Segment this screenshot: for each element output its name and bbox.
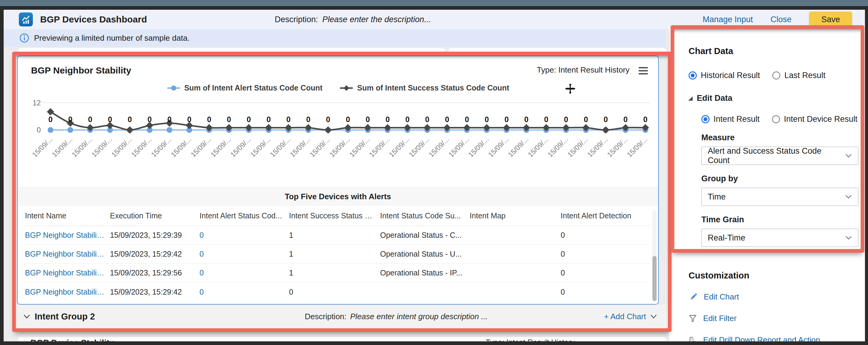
table-cell-link[interactable]: BGP Neighbor Stabilit... (25, 250, 110, 258)
chevron-down-icon (845, 236, 852, 240)
table-cell-link[interactable]: BGP Neighbor Stabilit... (25, 269, 110, 277)
window-top-band (0, 0, 868, 6)
svg-text:0: 0 (346, 115, 350, 124)
measure-value: Alert and Success Status Code Count (708, 146, 845, 165)
svg-text:0: 0 (68, 115, 72, 124)
svg-text:0: 0 (544, 115, 548, 124)
svg-text:0: 0 (465, 115, 469, 124)
svg-text:0: 0 (366, 115, 370, 124)
column-header[interactable]: Intent Alert Detection (561, 211, 650, 220)
radio-label: Intent Result (713, 114, 760, 124)
customization-heading: Customization (688, 271, 865, 281)
edit-data-toggle[interactable]: ◢ Edit Data (688, 94, 865, 103)
edit-filter-link[interactable]: Edit Filter (688, 314, 865, 323)
radio-historical-result[interactable]: Historical Result (688, 71, 760, 80)
table-cell-link[interactable]: 0 (199, 250, 289, 258)
legend-item-success[interactable]: Sum of Intent Success Status Code Count (339, 83, 509, 92)
edit-drill-down-link[interactable]: Edit Drill Down Report and Action (688, 335, 865, 341)
page-title: BGP Devices Dashboard (40, 14, 147, 25)
next-chart-type: Type: Intent Result History (486, 338, 575, 341)
column-header[interactable]: Intent Alert Status Cod... (199, 211, 289, 220)
chart-data-panel: Chart Data Historical Result Last Result… (669, 29, 865, 341)
table-cell: 1 (289, 231, 380, 240)
result-scope-radio-group: Intent Result Intent Device Result (701, 114, 865, 124)
table-cell-link[interactable]: BGP Neighbor Stabilit... (25, 287, 110, 297)
svg-text:0: 0 (227, 115, 231, 124)
svg-text:0: 0 (128, 115, 132, 124)
chevron-down-icon (650, 314, 657, 319)
close-link[interactable]: Close (770, 15, 792, 24)
svg-text:15/09/...: 15/09/... (209, 135, 232, 159)
table-cell: 1 (289, 269, 380, 277)
svg-text:0: 0 (187, 115, 191, 124)
svg-text:0: 0 (267, 115, 271, 124)
dashboard-chart-icon (19, 12, 33, 26)
group-description-input[interactable]: Please enter intent group description ..… (350, 312, 488, 321)
table-cell-link[interactable]: 0 (199, 269, 289, 277)
chart-legend: Sum of Intent Alert Status Code Count Su… (18, 83, 658, 92)
description-input[interactable]: Please enter the description... (322, 15, 431, 24)
svg-text:15/09/...: 15/09/... (269, 135, 292, 159)
add-chart-button[interactable]: + Add Chart (604, 312, 657, 321)
svg-text:15/09/...: 15/09/... (625, 135, 649, 159)
chevron-down-icon (845, 195, 852, 199)
table-cell: 1 (289, 250, 380, 258)
svg-text:0: 0 (504, 115, 509, 124)
svg-text:15/09/...: 15/09/... (566, 135, 589, 159)
preview-banner-text: Previewing a limited number of sample da… (34, 33, 190, 43)
time-grain-select[interactable]: Real-Time (701, 229, 858, 247)
svg-text:0: 0 (643, 115, 648, 124)
edit-chart-link[interactable]: Edit Chart (688, 292, 865, 302)
svg-text:0: 0 (148, 115, 152, 124)
group-by-select[interactable]: Time (701, 188, 858, 206)
table-cell: 0 (289, 287, 380, 297)
table-row: BGP Neighbor Stabilit...15/09/2023, 15:2… (25, 264, 650, 282)
svg-text:15/09/...: 15/09/... (150, 135, 173, 159)
time-grain-label: Time Grain (701, 215, 865, 225)
table-cell: 0 (561, 231, 650, 240)
column-header[interactable]: Intent Success Status C... (289, 211, 380, 220)
manage-input-link[interactable]: Manage Input (703, 15, 753, 24)
hamburger-menu-icon[interactable] (639, 66, 648, 74)
move-cursor (564, 82, 576, 95)
svg-text:15/09/...: 15/09/... (606, 135, 629, 159)
radio-unselected-icon (772, 71, 780, 79)
radio-last-result[interactable]: Last Result (772, 71, 826, 80)
table-cell: 15/09/2023, 15:29:39 (110, 231, 199, 240)
legend-label: Sum of Intent Success Status Code Count (357, 83, 509, 92)
measure-select[interactable]: Alert and Success Status Code Count (701, 147, 858, 165)
svg-text:0: 0 (425, 115, 429, 124)
card-edge (448, 48, 666, 52)
radio-intent-device-result[interactable]: Intent Device Result (772, 114, 858, 124)
svg-text:15/09/...: 15/09/... (348, 135, 371, 159)
svg-text:0: 0 (306, 115, 311, 124)
svg-text:15/09/...: 15/09/... (526, 135, 550, 159)
svg-text:0: 0 (385, 115, 390, 124)
filter-icon (688, 314, 697, 323)
table-cell: 15/09/2023, 15:29:42 (110, 287, 199, 297)
column-header[interactable]: Intent Name (25, 211, 110, 220)
intent-group-toggle[interactable]: Intent Group 2 (23, 312, 95, 322)
radio-label: Last Result (784, 71, 826, 80)
table-scrollbar-thumb[interactable] (652, 256, 657, 301)
column-header[interactable]: Intent Map (470, 211, 560, 220)
legend-item-alert[interactable]: Sum of Intent Alert Status Code Count (167, 83, 323, 92)
radio-intent-result[interactable]: Intent Result (701, 114, 760, 124)
svg-text:0: 0 (286, 115, 290, 124)
edit-filter-label: Edit Filter (703, 314, 737, 323)
table-cell-link[interactable]: BGP Neighbor Stabilit... (25, 231, 110, 240)
table-cell: Operational Status - IP... (380, 269, 470, 277)
column-header[interactable]: Intent Status Code Su... (380, 211, 470, 220)
table-row: BGP Neighbor Stabilit...15/09/2023, 15:2… (25, 282, 650, 301)
column-header[interactable]: Execution Time (110, 211, 199, 220)
table-cell-link[interactable]: 0 (199, 231, 289, 240)
svg-text:15/09/...: 15/09/... (51, 135, 74, 159)
table-cell-link[interactable]: 0 (199, 287, 289, 297)
svg-text:0: 0 (167, 115, 172, 124)
svg-text:15/09/...: 15/09/... (427, 135, 451, 159)
svg-text:0: 0 (37, 126, 41, 134)
chart-type-label: Type: Intent Result History (537, 65, 629, 75)
next-chart-card-partial: BGP Device Stability Type: Intent Result… (18, 337, 666, 341)
svg-text:15/09/...: 15/09/... (546, 135, 570, 159)
save-button[interactable]: Save (809, 11, 852, 28)
